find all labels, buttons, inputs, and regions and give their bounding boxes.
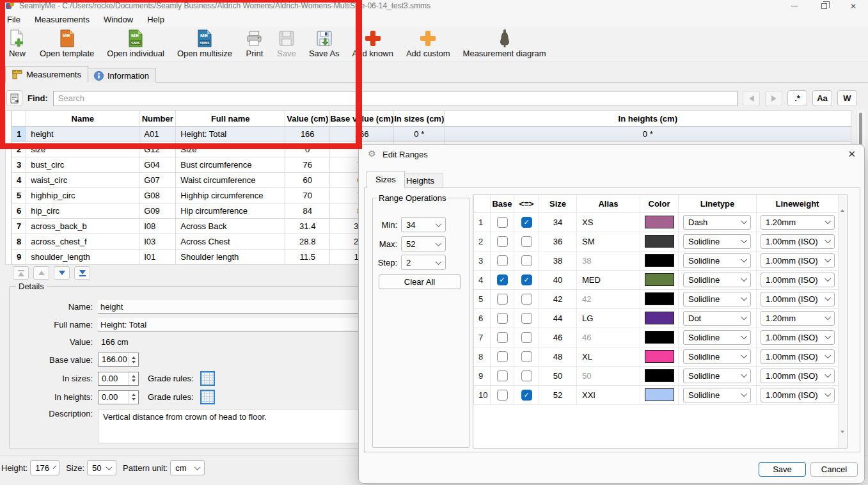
cell-number[interactable]: I01	[139, 250, 176, 265]
cell-value[interactable]: 31.4	[285, 219, 330, 234]
in-heights-field[interactable]: 0.00	[99, 391, 129, 404]
cell-full-name[interactable]: Height: Total	[176, 127, 285, 142]
max-combo[interactable]: 52	[401, 236, 446, 251]
cell-in-sizes[interactable]: 0 *	[394, 127, 445, 142]
alias-cell[interactable]: 50	[577, 366, 640, 385]
ranges-scrollbar[interactable]	[838, 195, 847, 448]
range-row[interactable]: 10✓✓52XXISolidline1.00mm (ISO)	[474, 385, 839, 404]
dialog-tab-sizes[interactable]: Sizes	[367, 171, 405, 188]
regex-toggle-button[interactable]: .*	[787, 90, 807, 106]
header-number[interactable]: Number	[139, 111, 176, 127]
range-checkbox[interactable]: ✓	[521, 236, 532, 247]
find-options-button[interactable]	[6, 90, 22, 106]
cell-value[interactable]: 60	[285, 173, 330, 188]
row-number[interactable]: 3	[12, 157, 26, 173]
minimize-button[interactable]	[780, 0, 809, 12]
match-case-toggle-button[interactable]: Aa	[812, 90, 832, 106]
base-checkbox[interactable]: ✓	[497, 390, 508, 401]
cell-number[interactable]: A01	[139, 127, 176, 142]
cell-number[interactable]: G12	[139, 142, 176, 157]
range-row[interactable]: 9✓✓5050Solidline1.00mm (ISO)	[474, 366, 839, 385]
range-row[interactable]: 1✓✓34XSDash1.20mm	[474, 212, 839, 232]
alias-cell[interactable]: 38	[577, 251, 640, 270]
row-number[interactable]: 1	[12, 127, 26, 142]
pattern-unit-combo[interactable]: cm	[170, 460, 205, 475]
base-value-field[interactable]: 166.00	[99, 353, 129, 366]
tab-measurements[interactable]: Measurements	[5, 66, 88, 83]
row-number[interactable]: 7	[12, 219, 26, 234]
scroll-down-icon[interactable]	[840, 433, 844, 445]
cell-number[interactable]: G08	[139, 188, 176, 203]
in-sizes-field[interactable]: 0.00	[99, 372, 129, 385]
menu-file[interactable]: File	[0, 15, 28, 24]
range-checkbox[interactable]: ✓	[521, 313, 532, 324]
range-checkbox[interactable]: ✓	[521, 217, 532, 228]
row-number[interactable]: 9	[12, 250, 26, 265]
grade-rules-heights-button[interactable]	[200, 390, 215, 404]
color-swatch[interactable]	[645, 235, 674, 248]
row-number[interactable]: 2	[12, 142, 26, 157]
cell-name[interactable]: bust_circ	[26, 157, 139, 173]
range-row[interactable]: 2✓✓36SMSolidline1.00mm (ISO)	[474, 232, 839, 251]
cell-value[interactable]: 28.8	[285, 234, 330, 250]
name-field[interactable]: height	[98, 300, 359, 314]
restore-button[interactable]	[809, 0, 839, 12]
range-checkbox[interactable]: ✓	[521, 294, 532, 305]
linetype-select[interactable]: Solidline	[683, 369, 751, 383]
lineweight-select[interactable]: 1.20mm	[761, 215, 835, 230]
step-combo[interactable]: 2	[401, 255, 446, 270]
base-checkbox[interactable]: ✓	[497, 351, 508, 362]
lineweight-select[interactable]: 1.00mm (ISO)	[761, 292, 835, 306]
find-previous-button[interactable]	[743, 91, 760, 106]
cell-number[interactable]: G09	[139, 203, 176, 219]
linetype-select[interactable]: Solidline	[683, 292, 751, 306]
base-checkbox[interactable]: ✓	[497, 255, 508, 266]
cancel-button[interactable]: Cancel	[810, 462, 858, 477]
toolbar-open-template-button[interactable]: MEOpen template	[33, 27, 100, 58]
linetype-select[interactable]: Solidline	[683, 273, 751, 287]
toolbar-open-individual-button[interactable]: MESMISOpen individual	[100, 27, 171, 58]
move-bottom-button[interactable]	[74, 266, 90, 280]
base-checkbox[interactable]: ✓	[497, 313, 508, 324]
alias-cell[interactable]: MED	[577, 270, 640, 289]
row-number[interactable]: 4	[12, 173, 26, 188]
tab-information[interactable]: Information	[87, 68, 156, 83]
lineweight-select[interactable]: 1.00mm (ISO)	[761, 349, 835, 364]
base-checkbox[interactable]: ✓	[497, 274, 508, 285]
description-field[interactable]: Vertical distance from crown of head to …	[98, 409, 359, 443]
cell-value[interactable]: 166	[285, 127, 330, 142]
find-next-button[interactable]	[765, 91, 782, 106]
color-swatch[interactable]	[645, 369, 674, 382]
cell-full-name[interactable]: Waist circumference	[176, 173, 285, 188]
cell-name[interactable]: hip_circ	[26, 203, 139, 219]
color-swatch[interactable]	[645, 273, 674, 286]
linetype-select[interactable]: Solidline	[683, 349, 751, 364]
full-name-field[interactable]: Height: Total	[98, 318, 359, 331]
alias-cell[interactable]: XS	[577, 212, 640, 232]
cell-name[interactable]: size	[26, 142, 139, 157]
cell-full-name[interactable]: Across Back	[176, 219, 285, 234]
toolbar-open-multisize-button[interactable]: MESMMSOpen multisize	[171, 27, 239, 58]
base-checkbox[interactable]: ✓	[497, 332, 508, 343]
min-combo[interactable]: 34	[401, 217, 446, 232]
color-swatch[interactable]	[645, 216, 674, 228]
cell-value[interactable]: 0	[285, 142, 330, 157]
cell-full-name[interactable]: Highhip circumference	[176, 188, 285, 203]
row-number[interactable]: 6	[12, 203, 26, 219]
linetype-select[interactable]: Dot	[683, 311, 751, 326]
in-sizes-spinner[interactable]: 0.00	[98, 372, 139, 386]
menu-window[interactable]: Window	[97, 15, 140, 24]
base-checkbox[interactable]: ✓	[497, 294, 508, 305]
color-swatch[interactable]	[645, 292, 674, 305]
cell-full-name[interactable]: Bust circumference	[176, 157, 285, 173]
clear-all-button[interactable]: Clear All	[379, 274, 461, 289]
spinner-buttons[interactable]	[129, 353, 138, 366]
header-name[interactable]: Name	[26, 111, 139, 127]
spinner-buttons[interactable]	[129, 372, 138, 385]
row-number[interactable]: 8	[12, 234, 26, 250]
base-value-spinner[interactable]: 166.00	[98, 353, 139, 367]
header-base-value[interactable]: Base value (cm)	[330, 111, 394, 127]
linetype-select[interactable]: Solidline	[683, 253, 751, 268]
header-full-name[interactable]: Full name	[176, 111, 285, 127]
height-combo[interactable]: 176	[30, 460, 59, 475]
